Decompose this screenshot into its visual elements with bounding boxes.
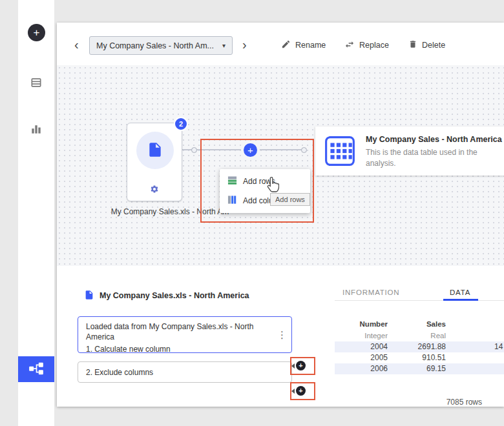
- cell: 2691.88: [388, 341, 446, 352]
- replace-icon: [344, 39, 355, 52]
- replace-label: Replace: [359, 41, 389, 50]
- sidebar: +: [18, 0, 54, 426]
- connection-line: [182, 149, 304, 150]
- add-columns-icon: [227, 195, 237, 207]
- add-operation-button[interactable]: +: [244, 143, 257, 157]
- final-table-card[interactable]: My Company Sales - North America This is…: [315, 127, 504, 176]
- table-row: 2005 910.51: [335, 352, 504, 363]
- source-file-icon: [84, 290, 94, 302]
- document-icon: [147, 141, 163, 160]
- table-row: 2006 69.15: [335, 363, 504, 374]
- plus-icon: +: [299, 387, 302, 394]
- data-files-icon[interactable]: [30, 76, 43, 89]
- insert-arrow-icon: [291, 363, 295, 369]
- previous-dataset-button[interactable]: ‹: [74, 38, 79, 51]
- step-text: 2. Exclude columns: [86, 368, 153, 377]
- dataset-dropdown-label: My Company Sales - North Am...: [96, 41, 214, 50]
- connector-port: [191, 147, 197, 153]
- data-canvas-page: ‹ My Company Sales - North Am... ▾ › Ren…: [57, 23, 504, 407]
- tab-information[interactable]: INFORMATION: [342, 289, 399, 296]
- cell: 2004: [335, 341, 388, 352]
- step-card-loaded-data[interactable]: Loaded data from My Company Sales.xls - …: [78, 316, 292, 353]
- data-canvas-icon: [28, 360, 45, 379]
- row-count: 7085 rows: [335, 398, 482, 407]
- transformation-gear-icon: [150, 185, 159, 196]
- cell: [446, 363, 504, 374]
- step-card-exclude-columns[interactable]: 2. Exclude columns: [78, 361, 292, 383]
- connector-port: [301, 147, 307, 153]
- add-rows-icon: [227, 176, 237, 187]
- cell: [446, 352, 504, 363]
- plus-icon: +: [299, 362, 302, 369]
- visualizations-icon[interactable]: [30, 123, 43, 136]
- table-header-row: Number Sales: [335, 318, 504, 330]
- column-header: Number: [335, 318, 388, 330]
- step-text: 1. Calculate new column: [86, 344, 275, 354]
- data-source-node[interactable]: 2: [127, 123, 182, 201]
- column-header: [446, 318, 504, 330]
- cell: 910.51: [388, 352, 446, 363]
- tab-divider: [335, 300, 504, 301]
- plus-icon: +: [247, 145, 253, 156]
- cell: 2006: [335, 363, 388, 374]
- tab-data[interactable]: DATA: [450, 289, 470, 296]
- delete-button[interactable]: Delete: [408, 36, 445, 55]
- chevron-down-icon: ▾: [222, 42, 226, 49]
- next-dataset-button[interactable]: ›: [242, 38, 247, 51]
- plus-icon: +: [34, 27, 40, 38]
- insert-step-button[interactable]: +: [296, 361, 306, 370]
- rename-button[interactable]: Rename: [281, 36, 326, 55]
- final-table-description: This is the data table used in the analy…: [366, 147, 496, 170]
- cell: 69.15: [388, 363, 446, 374]
- delete-label: Delete: [422, 41, 445, 50]
- dataset-dropdown[interactable]: My Company Sales - North Am... ▾: [89, 36, 233, 55]
- final-table-title: My Company Sales - North America: [366, 135, 496, 144]
- table-type-row: Integer Real: [335, 330, 504, 341]
- column-type: Integer: [335, 330, 388, 341]
- hand-cursor-icon: [265, 176, 279, 195]
- kebab-menu-icon[interactable]: ⋮: [277, 328, 287, 341]
- cell: 2005: [335, 352, 388, 363]
- column-header: Sales: [388, 318, 446, 330]
- source-panel-title: My Company Sales.xls - North America: [100, 291, 249, 300]
- insert-arrow-icon: [291, 389, 295, 394]
- step-text: Loaded data from My Company Sales.xls - …: [86, 321, 275, 342]
- trash-icon: [408, 39, 417, 51]
- data-canvas-nav-active[interactable]: [18, 356, 54, 382]
- replace-button[interactable]: Replace: [344, 36, 389, 55]
- table-grid-icon: [324, 135, 356, 167]
- node-avatar: [136, 132, 174, 169]
- rename-label: Rename: [295, 41, 326, 50]
- step-count-badge: 2: [174, 117, 188, 131]
- column-type: [446, 330, 504, 341]
- pencil-icon: [281, 39, 291, 51]
- data-preview-table: Number Sales Integer Real 2004 2691.88 1…: [335, 318, 504, 374]
- column-type: Real: [388, 330, 446, 341]
- cell: 14: [446, 341, 504, 352]
- tooltip: Add rows: [270, 193, 310, 206]
- table-row: 2004 2691.88 14: [335, 341, 504, 352]
- add-button[interactable]: +: [28, 24, 45, 41]
- active-tab-underline: [443, 299, 478, 301]
- insert-step-button[interactable]: +: [296, 386, 306, 396]
